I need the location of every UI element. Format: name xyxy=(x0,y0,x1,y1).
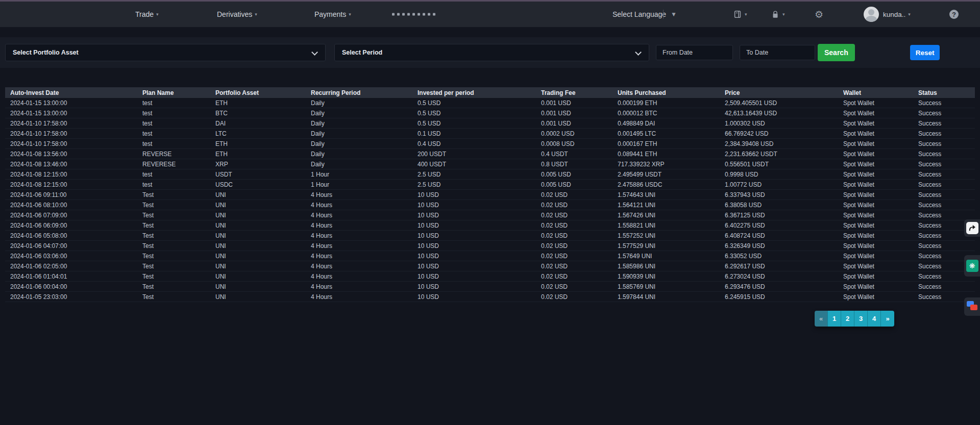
table-row: 2024-01-08 13:46:00REVERESEXRPDaily400 U… xyxy=(5,159,975,169)
table-cell: Spot Wallet xyxy=(838,293,913,301)
to-date-input[interactable] xyxy=(740,45,815,60)
column-header: Units Purchased xyxy=(612,89,720,96)
table-cell: 10 USD xyxy=(412,232,536,239)
username-label: kunda.. xyxy=(883,11,905,18)
table-cell: Test xyxy=(137,202,210,209)
table-cell: 2.5 USD xyxy=(412,171,536,178)
table-cell: 6.326349 USD xyxy=(720,242,838,249)
table-cell: 6.292617 USD xyxy=(720,263,838,270)
table-cell: 10 USD xyxy=(412,212,536,219)
main-navbar: Trade ▾ Derivatives ▾ Payments ▾ Select … xyxy=(0,2,980,27)
table-cell: 1.000302 USD xyxy=(720,120,838,127)
table-cell: UNI xyxy=(210,212,306,219)
table-cell: Spot Wallet xyxy=(838,130,913,137)
pagination-prev-button[interactable]: « xyxy=(815,311,828,327)
table-cell: 0.02 USD xyxy=(536,283,612,290)
table-cell: 2024-01-10 17:58:00 xyxy=(5,140,137,147)
column-header: Price xyxy=(720,89,838,96)
help-control[interactable]: ? xyxy=(949,10,959,19)
help-icon: ? xyxy=(949,10,959,19)
bag-icon xyxy=(771,10,780,19)
table-row: 2024-01-15 13:00:00testETHDaily0.5 USD0.… xyxy=(5,98,975,108)
user-avatar[interactable] xyxy=(864,7,879,22)
table-cell: 0.001 USD xyxy=(536,99,612,107)
table-cell: 0.556501 USDT xyxy=(720,161,838,168)
table-cell: 717.339232 XRP xyxy=(612,161,720,168)
caret-down-icon: ▾ xyxy=(908,12,911,17)
chevron-down-icon xyxy=(635,49,642,56)
chat-bubbles-extension-widget[interactable] xyxy=(964,297,980,316)
table-row: 2024-01-10 17:58:00testDAIDaily0.5 USD0.… xyxy=(5,118,975,129)
table-cell: 10 USD xyxy=(412,222,536,229)
auto-invest-history-table: Auto-Invest Date Plan Name Portfolio Ass… xyxy=(5,87,975,302)
nav-menu-payments[interactable]: Payments ▾ xyxy=(314,10,351,18)
search-button[interactable]: Search xyxy=(818,44,855,61)
column-header: Portfolio Asset xyxy=(210,89,306,96)
table-cell: Test xyxy=(137,222,210,229)
book-icon xyxy=(733,10,742,19)
pagination-page-3-button[interactable]: 3 xyxy=(854,311,868,327)
wallet-bag-menu[interactable]: ▾ xyxy=(771,10,785,19)
user-menu[interactable]: kunda.. ▾ xyxy=(883,11,911,18)
table-cell: 4 Hours xyxy=(306,212,412,219)
pagination-page-2-button[interactable]: 2 xyxy=(841,311,854,327)
table-cell: 2,509.405501 USD xyxy=(720,99,838,107)
table-cell: 2024-01-15 13:00:00 xyxy=(5,99,137,107)
table-cell: 1.57649 UNI xyxy=(612,253,720,260)
language-selector[interactable]: Select Language xyxy=(612,10,666,18)
table-cell: 0.02 USD xyxy=(536,253,612,260)
table-cell: 2024-01-05 23:03:00 xyxy=(5,293,137,301)
table-cell: UNI xyxy=(210,202,306,209)
nav-menu-trade[interactable]: Trade ▾ xyxy=(135,10,159,18)
table-cell: 2.495499 USDT xyxy=(612,171,720,178)
from-date-input[interactable] xyxy=(656,45,733,60)
table-cell: Test xyxy=(137,283,210,290)
column-header: Plan Name xyxy=(137,89,210,96)
table-cell: 2024-01-06 00:04:00 xyxy=(5,283,137,290)
table-cell: UNI xyxy=(210,232,306,239)
table-row: 2024-01-10 17:58:00testETHDaily0.4 USD0.… xyxy=(5,139,975,149)
period-select[interactable]: Select Period xyxy=(334,44,649,61)
language-dropdown-trigger[interactable]: ▼ xyxy=(671,11,677,18)
nav-menu-derivatives[interactable]: Derivatives ▾ xyxy=(217,10,257,18)
table-row: 2024-01-06 06:09:00TestUNI4 Hours10 USD0… xyxy=(5,220,975,231)
reset-button[interactable]: Reset xyxy=(910,45,940,60)
table-cell: 6.273024 USD xyxy=(720,273,838,280)
triangle-down-icon: ▼ xyxy=(671,11,677,18)
table-cell: REVERSE xyxy=(137,151,210,158)
column-header: Invested per period xyxy=(412,89,536,96)
chatgpt-extension-widget[interactable]: ❋ xyxy=(964,255,980,277)
column-header: Auto-Invest Date xyxy=(5,89,137,96)
table-cell: 6.408724 USD xyxy=(720,232,838,239)
table-cell: 0.005 USD xyxy=(536,181,612,188)
chatgpt-icon: ❋ xyxy=(966,260,978,272)
table-cell: UNI xyxy=(210,242,306,249)
table-cell: 10 USD xyxy=(412,202,536,209)
table-cell: Spot Wallet xyxy=(838,232,913,239)
table-cell: 1.00772 USD xyxy=(720,181,838,188)
table-cell: Success xyxy=(913,283,975,290)
table-cell: Spot Wallet xyxy=(838,99,913,107)
pagination-next-button[interactable]: » xyxy=(881,311,894,327)
caret-down-icon: ▾ xyxy=(782,12,785,17)
settings-control[interactable]: ⚙ xyxy=(815,10,823,19)
table-cell: Test xyxy=(137,273,210,280)
table-cell: 2024-01-08 13:56:00 xyxy=(5,151,137,158)
orders-book-menu[interactable]: ▾ xyxy=(733,10,747,19)
pagination-page-4-button[interactable]: 4 xyxy=(868,311,881,327)
pagination-page-1-button[interactable]: 1 xyxy=(828,311,841,327)
table-row: 2024-01-10 17:58:00testLTCDaily0.1 USD0.… xyxy=(5,129,975,139)
table-cell: 2024-01-10 17:58:00 xyxy=(5,130,137,137)
table-cell: test xyxy=(137,130,210,137)
table-row: 2024-01-08 13:56:00REVERSEETHDaily200 US… xyxy=(5,149,975,159)
apps-grid-icon[interactable] xyxy=(392,13,435,16)
share-extension-widget[interactable] xyxy=(964,219,980,237)
table-cell: 200 USDT xyxy=(412,151,536,158)
table-cell: Success xyxy=(913,120,975,127)
table-cell: 6.33052 USD xyxy=(720,253,838,260)
table-cell: 42,613.16439 USD xyxy=(720,110,838,117)
table-cell: 2,231.63662 USDT xyxy=(720,151,838,158)
table-cell: 2024-01-06 04:07:00 xyxy=(5,242,137,249)
table-cell: UNI xyxy=(210,253,306,260)
portfolio-asset-select[interactable]: Select Portfolio Asset xyxy=(5,44,326,61)
